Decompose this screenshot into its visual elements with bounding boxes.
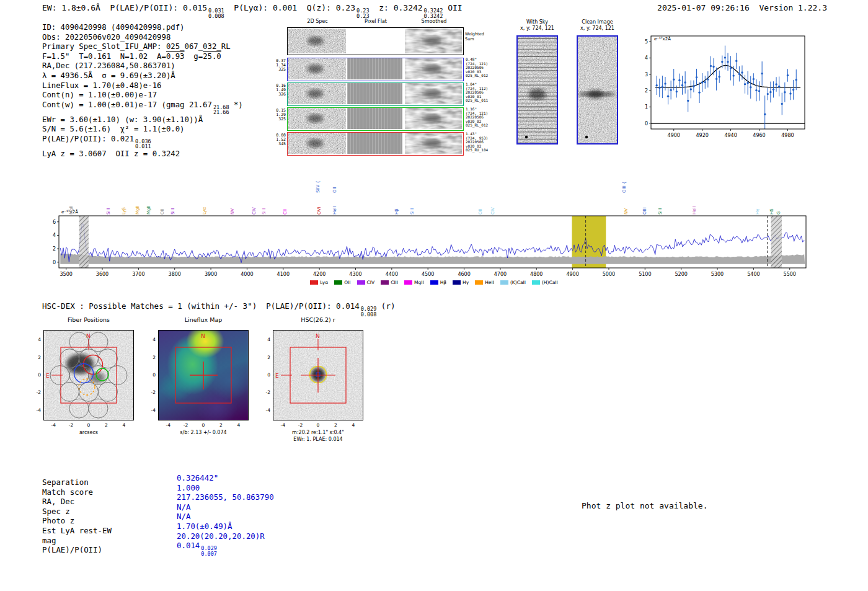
header-summary: EW: 1.8±0.6Å P(LAE)/P(OII): 0.0150.0310.… bbox=[42, 3, 463, 19]
sup-sub-stack: 0.32420.3242 bbox=[424, 8, 443, 19]
axis-tick-label: 4 bbox=[143, 337, 156, 342]
spectral-line-label: MgII bbox=[135, 205, 140, 215]
spec2d-row-weights: 0.151.29325 bbox=[276, 109, 286, 122]
tick-label: 0 bbox=[645, 121, 648, 127]
spectral-line-label: SiII bbox=[658, 208, 663, 215]
legend-color-swatch bbox=[532, 280, 540, 285]
spec2d-row bbox=[287, 107, 464, 131]
spectral-line-label: HeII bbox=[332, 206, 337, 215]
sub-value: 0.011 bbox=[135, 144, 151, 149]
fiber-positions-panel: NE bbox=[43, 330, 134, 420]
info-line: Obs: 20220506v020_4090420998 bbox=[42, 33, 243, 43]
info-line: EWr = 3.60(±1.10) (w: 3.90(±1.10))Å bbox=[42, 115, 243, 125]
spec2d-header-2dspec: 2D Spec bbox=[289, 19, 346, 24]
match-table-label: Photo z bbox=[42, 516, 177, 526]
spectral-line-label: CIV bbox=[490, 207, 495, 215]
fiber-xlabel: arcsecs bbox=[43, 430, 134, 435]
legend-item: HeII bbox=[475, 280, 494, 285]
spectral-line-label: NV bbox=[230, 208, 235, 215]
tick-label: 3 bbox=[645, 72, 648, 78]
tick-label: 4 bbox=[53, 233, 56, 238]
lineflux-map-title: Lineflux Map bbox=[158, 316, 249, 323]
spec2d-row-weights: 0.161.49326 bbox=[276, 84, 286, 97]
spec2d-row-meta: 1.43"(724, 953)20220506v020_02025_RU_104 bbox=[466, 132, 509, 153]
legend-label: CIII bbox=[391, 280, 398, 285]
spec2d-row-meta: 1.04"(724, 112)20220506v020_01025_RL_011 bbox=[466, 82, 509, 103]
spectral-line-label: OVI bbox=[317, 207, 322, 215]
meta-value: 025_RL_012 bbox=[466, 74, 509, 78]
text-segment: λ = 4936.5Å σ = 9.69(±3.20)Å bbox=[42, 71, 175, 80]
header-timestamp: 2025-01-07 09:26:16 Version 1.22.3 bbox=[657, 3, 827, 12]
axis-tick-label: 2 bbox=[100, 422, 112, 428]
legend-color-swatch bbox=[334, 280, 342, 285]
legend-color-swatch bbox=[453, 280, 461, 285]
legend-item: OII bbox=[334, 280, 350, 285]
sup-sub-stack: 0.0360.011 bbox=[135, 139, 151, 149]
legend-color-swatch bbox=[500, 280, 508, 285]
legend-color-swatch bbox=[430, 280, 438, 285]
legend-label: Hγ bbox=[463, 280, 469, 285]
sup-sub-stack: 0.0290.007 bbox=[201, 546, 217, 556]
legend-item: CIII bbox=[381, 280, 398, 285]
legend-label: (H)CaII bbox=[542, 280, 558, 285]
match-table-label: Spec z bbox=[42, 507, 177, 517]
sup-sub-stack: 0.0310.008 bbox=[208, 8, 224, 19]
text-segment: P(LAE)/P(OII): 0.021 bbox=[42, 135, 134, 143]
spectral-line-label: CII bbox=[283, 209, 288, 215]
clean-image-panel bbox=[577, 35, 618, 144]
clean-image-title: Clean Image bbox=[569, 19, 626, 25]
sub-value: 0.3242 bbox=[424, 14, 443, 19]
axis-tick-label: 4 bbox=[348, 422, 359, 428]
meta-value: 025_RL_011 bbox=[466, 99, 509, 103]
text-segment: RA,Dec (217.236084,50.863701) bbox=[42, 61, 175, 70]
axis-tick-label: 0 bbox=[83, 422, 94, 428]
hsc-dex-line: HSC-DEX : Possible Matches = 1 (within +… bbox=[42, 301, 395, 317]
info-block: ID: 4090420998 (4090420998.pdf)Obs: 2022… bbox=[42, 23, 243, 159]
legend-item: Lyα bbox=[310, 280, 328, 285]
axis-tick-label: -4 bbox=[162, 422, 174, 428]
lineflux-map-overlay: N bbox=[159, 331, 248, 420]
clean-image bbox=[578, 37, 617, 143]
info-line: P(LAE)/P(OII): 0.0210.0360.011 bbox=[42, 135, 243, 149]
pixel-flat-strip bbox=[347, 58, 402, 79]
legend-color-swatch bbox=[475, 280, 483, 285]
axis-tick-label: -2 bbox=[143, 389, 156, 395]
legend-item: Hβ bbox=[430, 280, 446, 285]
axis-tick-label: 0 bbox=[312, 422, 324, 428]
legend-color-swatch bbox=[381, 280, 389, 285]
tick-label: 4960 bbox=[753, 133, 765, 138]
match-table-label: mag bbox=[42, 536, 177, 546]
axis-tick-label: 0 bbox=[29, 372, 41, 378]
hsc-cutout-panel: NE bbox=[273, 330, 363, 420]
info-line: LyA z = 3.0607 OII z = 0.3242 bbox=[42, 149, 243, 159]
tick-label: 6 bbox=[53, 220, 56, 225]
axis-tick-label: -4 bbox=[143, 407, 156, 413]
sup-sub-stack: 0.230.23 bbox=[356, 8, 369, 19]
spec2d-row bbox=[287, 132, 464, 156]
legend-label: HeII bbox=[485, 280, 494, 285]
tick-label: 2 bbox=[645, 88, 648, 94]
sub-value: 0.23 bbox=[356, 14, 369, 19]
line-fit-plot: 01234549004920494049604980e⁻¹⁷x2Å bbox=[639, 30, 818, 148]
fiber-positions-image: NE bbox=[44, 331, 133, 420]
axis-tick-label: 0 bbox=[258, 372, 270, 378]
text-segment: 25.0 bbox=[203, 52, 221, 61]
hsc-xlabel2: EWr: 1. PLAE: 0.014 bbox=[273, 437, 363, 442]
tick-label: 4940 bbox=[724, 133, 737, 138]
legend-item: (H)CaII bbox=[532, 280, 558, 285]
tick-label: 4900 bbox=[668, 133, 680, 138]
spec2d-row bbox=[287, 58, 464, 81]
weight-value: 326 bbox=[276, 92, 286, 97]
info-line: RA,Dec (217.236084,50.863701) bbox=[42, 61, 243, 71]
legend-item: Hγ bbox=[453, 280, 469, 285]
spec2d-header-smoothed: Smoothed bbox=[405, 19, 463, 24]
spectral-line-label: SiII bbox=[262, 208, 267, 215]
axis-tick-label: 2 bbox=[29, 355, 41, 360]
pixel-flat-strip bbox=[347, 83, 402, 104]
spectral-line-label: SiII bbox=[410, 208, 415, 215]
spec2d-row-weights: 0.371.34325 bbox=[276, 59, 286, 72]
info-line: ID: 4090420998 (4090420998.pdf) bbox=[42, 23, 243, 33]
match-table-value: 20.20(20.20,20.20)R bbox=[177, 531, 274, 541]
with-sky-panel bbox=[516, 35, 558, 144]
text-segment: *) bbox=[229, 100, 243, 109]
